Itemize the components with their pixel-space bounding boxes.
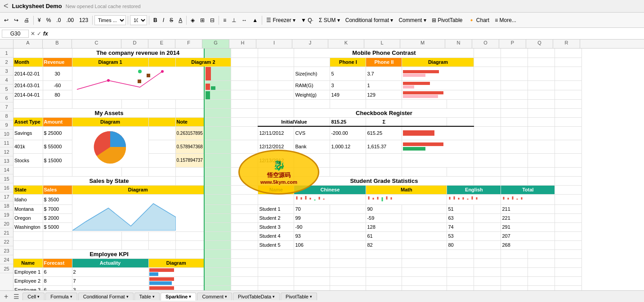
cell-G6[interactable] bbox=[204, 99, 231, 108]
align-left-button[interactable]: ≡ bbox=[221, 16, 228, 24]
row-num-12[interactable]: 12 bbox=[0, 147, 13, 156]
cell-A19[interactable] bbox=[13, 231, 43, 240]
cell-J3[interactable]: Size(inch) bbox=[294, 67, 330, 80]
row-num-14[interactable]: 14 bbox=[0, 165, 13, 174]
cell-R14[interactable] bbox=[555, 185, 582, 194]
cell-E24[interactable] bbox=[148, 276, 204, 285]
row-num-25[interactable]: 25 bbox=[0, 264, 13, 273]
cell-I25[interactable] bbox=[258, 285, 294, 290]
cell-N20[interactable]: 80 bbox=[447, 240, 474, 249]
cell-A16[interactable]: Montana bbox=[13, 204, 43, 213]
cell-O19[interactable] bbox=[474, 231, 501, 240]
cell-M17[interactable] bbox=[402, 213, 447, 222]
cell-K18[interactable] bbox=[330, 222, 366, 231]
row-num-10[interactable]: 10 bbox=[0, 129, 13, 138]
cell-Q5[interactable] bbox=[528, 90, 555, 99]
cell-D12[interactable] bbox=[121, 167, 148, 176]
cell-Q13[interactable] bbox=[528, 176, 555, 185]
cell-F2[interactable]: Diagram 2 bbox=[175, 58, 231, 67]
cell-K17[interactable] bbox=[330, 213, 366, 222]
undo-button[interactable]: ↩ bbox=[2, 16, 11, 24]
cell-B5[interactable]: 80 bbox=[43, 90, 72, 99]
decimal-button[interactable]: .0 bbox=[54, 16, 63, 24]
cell-J18[interactable]: -90 bbox=[294, 222, 330, 231]
cell-B7[interactable]: My Assets bbox=[43, 108, 175, 117]
cell-O2[interactable] bbox=[474, 58, 501, 67]
cell-Q2[interactable] bbox=[528, 58, 555, 67]
cell-R21[interactable] bbox=[555, 249, 582, 258]
row-num-8[interactable]: 8 bbox=[0, 111, 13, 120]
cell-J12[interactable] bbox=[294, 167, 330, 176]
cell-B1[interactable] bbox=[43, 49, 72, 58]
cell-M22[interactable] bbox=[402, 258, 447, 267]
cell-J2[interactable] bbox=[294, 58, 330, 67]
row-num-1[interactable]: 1 bbox=[0, 49, 13, 58]
col-header-H[interactable]: H bbox=[229, 40, 256, 48]
cell-J22[interactable] bbox=[294, 258, 330, 267]
cell-B13[interactable]: Sales by State bbox=[43, 176, 175, 185]
cell-A11[interactable]: Stocks bbox=[13, 154, 43, 167]
sum-button[interactable]: Σ SUM ▾ bbox=[317, 16, 342, 24]
tab-pivot-data[interactable]: PivotTableData ▾ bbox=[233, 293, 280, 300]
row-num-17[interactable]: 17 bbox=[0, 192, 13, 201]
tab-table[interactable]: Table ▾ bbox=[134, 293, 160, 300]
row-num-9[interactable]: 9 bbox=[0, 120, 13, 129]
cell-O16[interactable] bbox=[474, 204, 501, 213]
col-header-O[interactable]: O bbox=[472, 40, 499, 48]
col-header-A[interactable]: A bbox=[13, 40, 43, 48]
cell-J24[interactable] bbox=[294, 276, 330, 285]
col-header-D[interactable]: D bbox=[121, 40, 148, 48]
tab-comment[interactable]: Comment ▾ bbox=[197, 293, 232, 300]
cell-L18[interactable]: 128 bbox=[366, 222, 402, 231]
cell-Q4[interactable] bbox=[528, 80, 555, 90]
cell-Q3[interactable] bbox=[528, 67, 555, 80]
cell-R13[interactable] bbox=[555, 176, 582, 185]
cell-N8[interactable] bbox=[447, 117, 474, 126]
cell-C23[interactable]: 2 bbox=[72, 267, 148, 276]
cell-E12[interactable] bbox=[148, 167, 175, 176]
cell-A21[interactable] bbox=[13, 249, 43, 258]
cell-N12[interactable] bbox=[447, 167, 474, 176]
cell-G14[interactable] bbox=[204, 185, 231, 194]
cell-M4[interactable] bbox=[402, 80, 474, 90]
cell-I23[interactable] bbox=[258, 267, 294, 276]
cell-B6[interactable] bbox=[43, 99, 72, 108]
cell-Q10[interactable] bbox=[528, 140, 555, 153]
cell-A15[interactable]: Idaho bbox=[13, 194, 43, 204]
col-header-N[interactable]: N bbox=[445, 40, 472, 48]
cell-H12[interactable] bbox=[231, 167, 258, 176]
cell-J1[interactable]: Mobile Phone Contrast bbox=[294, 49, 474, 58]
cell-I4[interactable] bbox=[258, 80, 294, 90]
col-header-C[interactable]: C bbox=[72, 40, 121, 48]
cell-H20[interactable] bbox=[231, 240, 258, 249]
cell-R18[interactable] bbox=[555, 222, 582, 231]
cell-G10[interactable] bbox=[204, 140, 231, 153]
cell-K25[interactable] bbox=[330, 285, 366, 290]
cell-P23[interactable] bbox=[501, 267, 528, 276]
col-header-B[interactable]: B bbox=[43, 40, 72, 48]
cell-P12[interactable] bbox=[501, 167, 528, 176]
row-num-20[interactable]: 20 bbox=[0, 219, 13, 228]
cell-C22[interactable]: Actuality bbox=[72, 258, 148, 267]
cell-A22[interactable]: Name bbox=[13, 258, 43, 267]
cell-M20[interactable] bbox=[402, 240, 447, 249]
cell-Q8[interactable] bbox=[528, 117, 555, 126]
cell-N25[interactable] bbox=[447, 285, 474, 290]
cell-Q7[interactable] bbox=[528, 108, 555, 117]
cell-E2[interactable] bbox=[148, 58, 175, 67]
cell-G16[interactable] bbox=[204, 204, 231, 213]
cell-L24[interactable] bbox=[366, 276, 402, 285]
cell-F12[interactable] bbox=[175, 167, 204, 176]
cell-J19[interactable]: 93 bbox=[294, 231, 330, 240]
cell-B24[interactable]: 8 bbox=[43, 276, 72, 285]
cell-K3[interactable]: 5 bbox=[330, 67, 366, 80]
cell-E6[interactable] bbox=[148, 99, 175, 108]
cell-L11[interactable] bbox=[366, 154, 402, 167]
cell-E25[interactable] bbox=[148, 285, 204, 290]
cell-L3[interactable]: 3.7 bbox=[366, 67, 402, 80]
col-header-E[interactable]: E bbox=[148, 40, 175, 48]
cell-C8[interactable]: Diagram bbox=[72, 117, 148, 126]
freeze-button[interactable]: ☰ Freezer ▾ bbox=[264, 16, 298, 24]
cell-H23[interactable] bbox=[231, 267, 258, 276]
cell-H13[interactable] bbox=[231, 176, 258, 185]
